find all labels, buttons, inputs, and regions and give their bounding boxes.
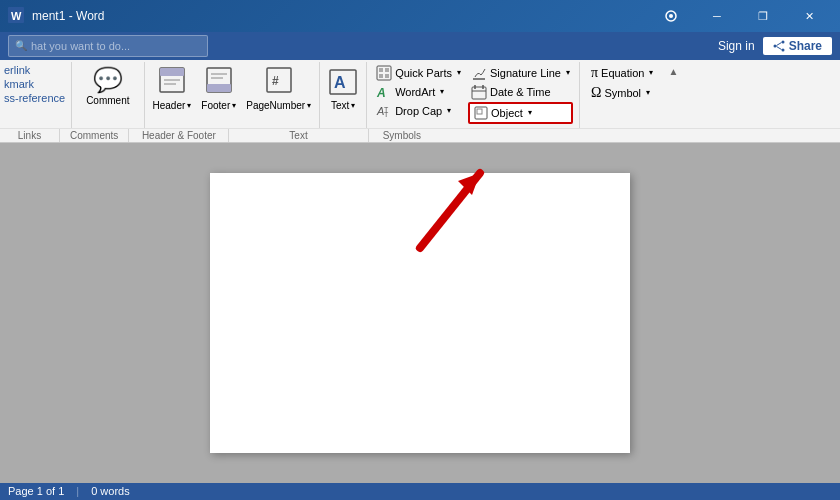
- svg-point-5: [773, 44, 776, 47]
- word-art-button[interactable]: A WordArt ▾: [373, 83, 464, 101]
- quick-parts-button[interactable]: Quick Parts ▾: [373, 64, 464, 82]
- comments-section: 💬 Comment: [72, 62, 144, 128]
- svg-point-4: [781, 40, 784, 43]
- word-art-label: WordArt: [395, 86, 435, 98]
- svg-line-7: [776, 42, 781, 45]
- svg-rect-25: [385, 74, 389, 78]
- ribbon-collapse-button[interactable]: ▲: [664, 62, 682, 128]
- section-labels-row: Links Comments Header & Footer Text Symb…: [0, 128, 840, 142]
- cross-reference-item[interactable]: ss-reference: [4, 92, 65, 104]
- quick-parts-label: Quick Parts: [395, 67, 452, 79]
- svg-point-3: [669, 14, 673, 18]
- title-bar: W ment1 - Word ─ ❐ ✕: [0, 0, 840, 32]
- bookmark-item[interactable]: kmark: [4, 78, 65, 90]
- signature-label: Signature Line: [490, 67, 561, 79]
- share-label: Share: [789, 39, 822, 53]
- symbols-label: Symbols: [369, 129, 435, 142]
- footer-button[interactable]: Footer ▾: [197, 64, 240, 113]
- signature-line-button[interactable]: Signature Line ▾: [468, 64, 573, 82]
- page-status: Page 1 of 1: [8, 485, 64, 497]
- date-time-button[interactable]: Date & Time: [468, 83, 573, 101]
- minimize-button[interactable]: ─: [694, 0, 740, 32]
- page-number-button[interactable]: # Page Number ▾: [242, 64, 315, 113]
- text-label: Text: [229, 129, 368, 142]
- header-label: Header ▾: [153, 100, 192, 111]
- status-bar: Page 1 of 1 | 0 words: [0, 483, 840, 500]
- svg-rect-10: [160, 68, 184, 76]
- symbol-button[interactable]: Ω Symbol ▾: [588, 84, 657, 102]
- search-placeholder: hat you want to do...: [31, 40, 130, 52]
- text-group: Quick Parts ▾ A WordArt ▾ A T: [367, 62, 580, 128]
- header-button[interactable]: Header ▾: [149, 64, 196, 113]
- svg-text:#: #: [272, 74, 279, 88]
- svg-text:T: T: [384, 111, 389, 118]
- object-button[interactable]: Object ▾: [468, 102, 573, 124]
- svg-rect-23: [385, 68, 389, 72]
- window-title: ment1 - Word: [32, 9, 104, 23]
- drop-cap-label: Drop Cap: [395, 105, 442, 117]
- word-count: 0 words: [91, 485, 130, 497]
- svg-text:A: A: [376, 86, 386, 100]
- svg-text:W: W: [11, 10, 22, 22]
- svg-point-6: [781, 48, 784, 51]
- comments-label: Comments: [60, 129, 129, 142]
- equation-label: Equation: [601, 67, 644, 79]
- svg-line-8: [776, 46, 781, 49]
- ribbon-top: 🔍 hat you want to do... Sign in Share: [0, 32, 840, 60]
- comment-label: Comment: [86, 95, 129, 106]
- comment-button[interactable]: 💬 Comment: [80, 64, 135, 108]
- settings-button[interactable]: [648, 0, 694, 32]
- object-label: Object: [491, 107, 523, 119]
- signin-button[interactable]: Sign in: [718, 39, 755, 53]
- drop-cap-button[interactable]: A T T Drop Cap ▾: [373, 102, 464, 120]
- svg-rect-36: [477, 109, 482, 114]
- header-footer-section: Header ▾ Footer ▾: [145, 62, 321, 128]
- search-box[interactable]: 🔍 hat you want to do...: [8, 35, 208, 57]
- svg-rect-17: [267, 68, 291, 92]
- hyperlink-item[interactable]: erlink: [4, 64, 65, 76]
- svg-rect-24: [379, 74, 383, 78]
- restore-button[interactable]: ❐: [740, 0, 786, 32]
- equation-button[interactable]: π Equation ▾: [588, 64, 657, 82]
- window-controls: ─ ❐ ✕: [648, 0, 832, 32]
- ribbon: erlink kmark ss-reference 💬 Comment: [0, 60, 840, 143]
- content-area: [0, 143, 840, 483]
- links-label: Links: [0, 129, 60, 142]
- svg-text:A: A: [334, 74, 346, 91]
- text-box-label: Text ▾: [331, 100, 355, 111]
- svg-rect-22: [379, 68, 383, 72]
- share-button[interactable]: Share: [763, 37, 832, 55]
- close-button[interactable]: ✕: [786, 0, 832, 32]
- footer-label: Footer ▾: [201, 100, 236, 111]
- text-box-button[interactable]: A Text ▾: [320, 62, 367, 128]
- symbols-section: π Equation ▾ Ω Symbol ▾: [580, 62, 665, 128]
- document-page[interactable]: [210, 173, 630, 453]
- header-footer-label: Header & Footer: [129, 129, 229, 142]
- page-number-label: Page Number ▾: [246, 100, 311, 111]
- links-section: erlink kmark ss-reference: [0, 62, 72, 128]
- word-icon: W: [8, 7, 24, 26]
- symbol-label: Symbol: [604, 87, 641, 99]
- date-time-label: Date & Time: [490, 86, 551, 98]
- svg-rect-31: [472, 87, 486, 99]
- svg-rect-14: [207, 84, 231, 92]
